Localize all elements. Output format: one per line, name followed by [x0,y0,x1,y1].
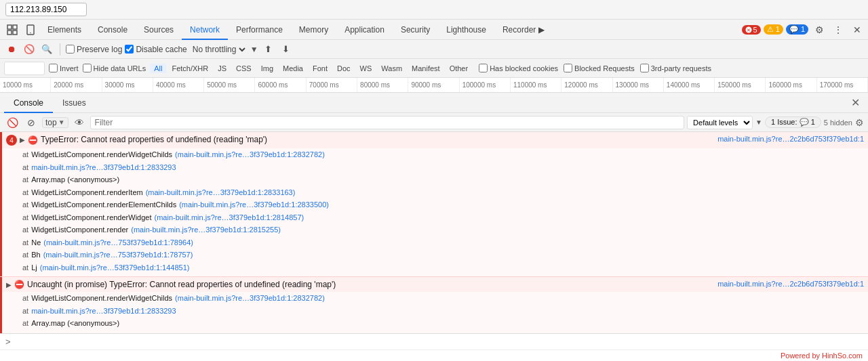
console-stop-icon[interactable]: ⊘ [23,114,39,131]
filter-ws[interactable]: WS [356,64,376,73]
filter-all[interactable]: All [150,64,166,73]
network-toolbar: ⏺ 🚫 🔍 Preserve log Disable cache No thro… [0,40,868,59]
error-header-2[interactable]: ▶ ⛔ Uncaught (in promise) TypeError: Can… [0,277,868,292]
console-clear-icon[interactable]: 🚫 [4,114,20,131]
error-message-2: Uncaught (in promise) TypeError: Cannot … [27,280,712,289]
error-block-2: ▶ ⛔ Uncaught (in promise) TypeError: Can… [0,277,868,333]
filter-img[interactable]: Img [257,64,277,73]
error-number-1: 4 [6,135,17,146]
console-filter-input[interactable] [90,116,685,129]
context-chevron-icon: ▼ [58,119,65,126]
warning-badge: ⚠ 1 [764,24,783,35]
close-panel-icon[interactable]: ✕ [847,96,864,109]
invert-label[interactable]: Invert [49,64,79,72]
stack-loc-1-10[interactable]: (main-built.min.js?re…53f379eb1d:1:14485… [40,262,190,274]
console-eye-icon[interactable]: 👁 [71,114,87,131]
filter-doc[interactable]: Doc [333,64,355,73]
stack-line-1-8: at Ne (main-built.min.js?re…753f379eb1d:… [18,236,868,249]
blocked-cookies-checkbox[interactable] [479,64,488,72]
blocked-requests-checkbox[interactable] [564,64,572,72]
import-icon[interactable]: ⬆ [261,42,276,57]
disable-cache-label[interactable]: Disable cache [125,45,186,54]
filter-css[interactable]: CSS [232,64,256,73]
stack-line-1-6: at WidgetListComponent.renderWidget (mai… [18,211,868,224]
level-select[interactable]: Default levels Verbose Info Warnings Err… [687,116,753,129]
throttle-select[interactable]: No throttling Fast 3G Slow 3G Offline [190,44,248,55]
filter-font[interactable]: Font [309,64,332,73]
close-devtools-icon[interactable]: ✕ [849,22,865,38]
tab-issues-panel[interactable]: Issues [53,93,96,113]
search-icon[interactable]: 🔍 [39,42,54,57]
hide-data-urls-checkbox[interactable] [83,64,92,72]
console-input[interactable] [15,337,863,347]
stack-loc-1-8[interactable]: (main-built.min.js?re…753f379eb1d:1:7896… [43,237,193,249]
tab-recorder[interactable]: Recorder ▶ [494,20,553,40]
tab-network[interactable]: Network [182,20,228,40]
blocked-cookies-label[interactable]: Has blocked cookies [479,64,558,72]
export-icon[interactable]: ⬇ [279,42,294,57]
disable-cache-checkbox[interactable] [125,45,134,54]
record-button[interactable]: ⏺ [4,42,19,57]
tab-console[interactable]: Console [90,20,136,40]
invert-checkbox[interactable] [49,64,58,72]
address-input[interactable] [5,3,87,16]
tick-90000: 90000 ms [408,78,459,92]
clear-button[interactable]: 🚫 [22,42,37,57]
address-bar [0,0,868,20]
devtools-icon-inspect[interactable] [3,24,22,35]
tab-application[interactable]: Application [336,20,393,40]
tab-lighthouse[interactable]: Lighthouse [438,20,494,40]
tab-sources[interactable]: Sources [136,20,182,40]
stack-line-1-1: at WidgetListComponent.renderWidgetChild… [18,148,868,161]
stack-loc-1-9[interactable]: (main-built.min.js?re…753f379eb1d:1:7875… [43,249,193,261]
stack-loc-1-6[interactable]: (main-built.min.js?re…3f379eb1d:1:281485… [155,212,304,224]
error-header-1[interactable]: 4 ▶ ⛔ TypeError: Cannot read properties … [0,132,868,148]
stack-loc-1-5[interactable]: (main-built.min.js?re…3f379eb1d:1:283350… [179,199,329,211]
filter-js[interactable]: JS [214,64,231,73]
svg-rect-2 [7,30,12,35]
devtools-icon-mobile[interactable] [22,24,39,35]
issue-label: 1 Issue: 💬 1 [771,118,815,127]
third-party-label[interactable]: 3rd-party requests [640,64,711,72]
console-prompt: > [5,337,11,347]
hide-data-urls-label[interactable]: Hide data URLs [83,64,146,72]
filter-media[interactable]: Media [279,64,307,73]
stack-loc-1-4[interactable]: (main-built.min.js?re…3f379eb1d:1:283316… [146,187,296,198]
filter-manifest[interactable]: Manifest [408,64,444,73]
stack-loc-2-1[interactable]: (main-built.min.js?re…3f379eb1d:1:283278… [175,293,325,304]
context-label: top [45,118,57,127]
tab-security[interactable]: Security [393,20,438,40]
tick-160000: 160000 ms [766,78,816,92]
tab-console-panel[interactable]: Console [4,93,53,113]
powered-by: Powered by HinhSo.com [0,349,868,361]
filter-other[interactable]: Other [446,64,473,73]
hidden-count: 5 hidden [824,119,852,127]
stack-loc-1-7[interactable]: (main-built.min.js?re…3f379eb1d:1:281525… [131,224,281,236]
preserve-log-label[interactable]: Preserve log [66,45,122,54]
settings-icon[interactable]: ⚙ [811,22,827,38]
blocked-requests-label[interactable]: Blocked Requests [564,64,635,72]
tab-elements[interactable]: Elements [39,20,90,40]
devtools-right-badges: ✕ 5 ⚠ 1 💬 1 ⚙ ⋮ ✕ [742,22,866,38]
tick-80000: 80000 ms [357,78,408,92]
stack-loc-2-2[interactable]: main-built.min.js?re…3f379eb1d:1:2833293 [31,305,176,317]
stack-line-1-2: at main-built.min.js?re…3f379eb1d:1:2833… [18,161,868,174]
console-settings-icon[interactable]: ⚙ [855,117,864,128]
third-party-checkbox[interactable] [640,64,649,72]
tick-150000: 150000 ms [715,78,766,92]
tick-50000: 50000 ms [204,78,255,92]
context-selector[interactable]: top ▼ [42,117,68,128]
error-source-link-2[interactable]: main-built.min.js?re…2c2b6d753f379eb1d:1 [717,280,864,288]
filter-fetch[interactable]: Fetch/XHR [167,64,212,73]
filter-input[interactable] [4,62,45,75]
panel-tabs: Console Issues ✕ [0,93,868,113]
tab-performance[interactable]: Performance [228,20,291,40]
stack-loc-1-2[interactable]: main-built.min.js?re…3f379eb1d:1:2833293 [31,162,176,173]
preserve-log-checkbox[interactable] [66,45,75,54]
tab-memory[interactable]: Memory [291,20,336,40]
svg-rect-0 [7,25,12,29]
error-source-link-1[interactable]: main-built.min.js?re…2c2b6d753f379eb1d:1 [717,135,864,143]
stack-loc-1-1[interactable]: (main-built.min.js?re…3f379eb1d:1:283278… [175,149,325,161]
more-options-icon[interactable]: ⋮ [830,22,846,38]
filter-wasm[interactable]: Wasm [377,64,406,73]
